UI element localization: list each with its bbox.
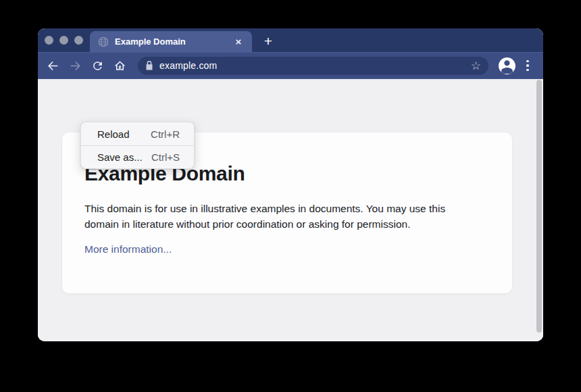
menu-item-label: Save as... (97, 151, 143, 163)
menu-item-label: Reload (97, 128, 130, 140)
screenshot-stage: Example Domain × + (0, 0, 581, 392)
forward-button[interactable] (67, 57, 83, 74)
titlebar: Example Domain × + (38, 28, 543, 52)
scrollbar-thumb[interactable] (536, 80, 542, 333)
more-information-link[interactable]: More information... (84, 243, 172, 255)
address-bar[interactable]: example.com ☆ (138, 57, 488, 75)
toolbar: example.com ☆ (38, 52, 543, 79)
context-menu-item-save-as[interactable]: Save as... Ctrl+S (81, 145, 194, 168)
scrollbar-track[interactable] (535, 79, 543, 341)
close-window-button[interactable] (45, 36, 53, 45)
browser-window: Example Domain × + (38, 28, 543, 341)
page-paragraph: This domain is for use in illustrative e… (84, 201, 482, 232)
context-menu-item-reload[interactable]: Reload Ctrl+R (81, 122, 194, 145)
menu-item-shortcut: Ctrl+S (151, 151, 180, 163)
traffic-lights (45, 28, 83, 52)
menu-item-shortcut: Ctrl+R (151, 128, 180, 140)
profile-avatar-button[interactable] (499, 57, 515, 74)
zoom-window-button[interactable] (74, 36, 83, 45)
context-menu: Reload Ctrl+R Save as... Ctrl+S (80, 122, 195, 169)
kebab-menu-icon (526, 60, 529, 63)
home-button[interactable] (111, 57, 128, 74)
page-content: Example Domain This domain is for use in… (38, 79, 543, 341)
lock-icon[interactable] (145, 61, 153, 70)
minimize-window-button[interactable] (59, 36, 68, 45)
back-icon (47, 59, 59, 72)
new-tab-button[interactable]: + (261, 33, 276, 49)
back-button[interactable] (45, 57, 61, 74)
forward-icon (69, 59, 82, 72)
reload-button[interactable] (89, 57, 105, 74)
browser-tab[interactable]: Example Domain × (90, 31, 252, 52)
tab-close-icon[interactable]: × (233, 36, 244, 47)
globe-favicon-icon (98, 36, 109, 47)
tab-title: Example Domain (115, 36, 233, 47)
home-icon (113, 59, 126, 72)
browser-menu-button[interactable] (524, 60, 532, 72)
url-text[interactable]: example.com (159, 60, 217, 71)
bookmark-star-icon[interactable]: ☆ (471, 60, 481, 72)
avatar-icon (499, 58, 515, 74)
reload-icon (91, 59, 104, 72)
